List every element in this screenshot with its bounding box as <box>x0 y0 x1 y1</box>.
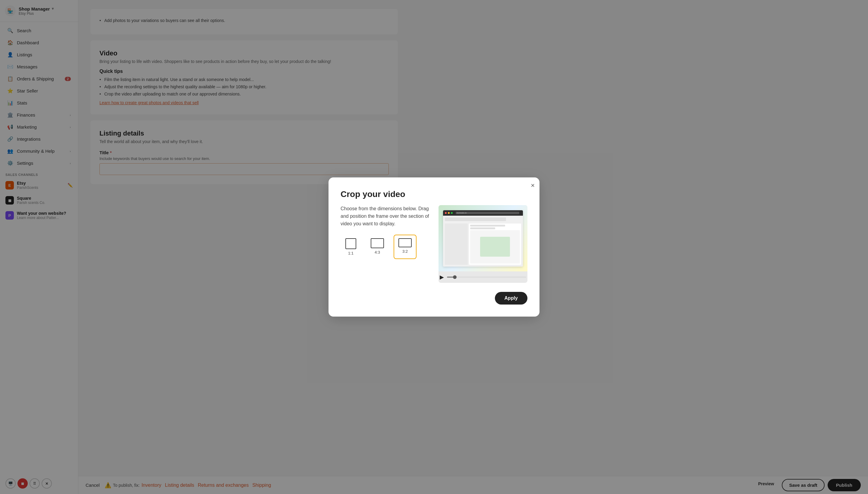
video-screenshot: komodo.io <box>439 205 528 271</box>
green-dot <box>451 212 453 214</box>
crop-3-2-icon <box>399 238 412 247</box>
crop-1-1-label: 1:1 <box>348 251 353 255</box>
progress-dot <box>453 275 457 279</box>
modal-title: Crop your video <box>340 189 528 199</box>
crop-4-3-icon <box>371 238 384 248</box>
crop-option-1-1[interactable]: 1:1 <box>340 235 361 259</box>
apply-button[interactable]: Apply <box>495 292 528 305</box>
modal-overlay[interactable]: × Crop your video Choose from the dimens… <box>0 0 868 494</box>
crop-option-4-3[interactable]: 4:3 <box>366 235 389 259</box>
red-dot <box>445 212 447 214</box>
progress-bar[interactable] <box>447 277 526 278</box>
modal-left-panel: Choose from the dimensions below. Drag a… <box>340 205 429 286</box>
modal-footer: Apply <box>340 292 528 305</box>
modal-description: Choose from the dimensions below. Drag a… <box>340 205 429 227</box>
video-preview: komodo.io <box>439 205 528 283</box>
yellow-dot <box>448 212 450 214</box>
crop-option-3-2[interactable]: 3:2 <box>394 235 417 259</box>
crop-video-modal: × Crop your video Choose from the dimens… <box>329 177 539 317</box>
modal-body: Choose from the dimensions below. Drag a… <box>340 205 528 286</box>
video-mockup: komodo.io <box>443 210 523 267</box>
mockup-nav <box>445 217 506 221</box>
crop-options: 1:1 4:3 3:2 <box>340 235 429 259</box>
mockup-content <box>443 216 523 267</box>
crop-1-1-icon <box>345 238 356 249</box>
mockup-body <box>469 224 521 265</box>
video-controls: ▶ <box>439 271 528 283</box>
modal-right-panel: komodo.io <box>439 205 528 286</box>
play-button[interactable]: ▶ <box>440 274 444 281</box>
crop-4-3-label: 4:3 <box>375 250 380 254</box>
mockup-bar: komodo.io <box>443 210 523 216</box>
crop-3-2-label: 3:2 <box>402 249 408 254</box>
modal-close-button[interactable]: × <box>531 182 535 189</box>
